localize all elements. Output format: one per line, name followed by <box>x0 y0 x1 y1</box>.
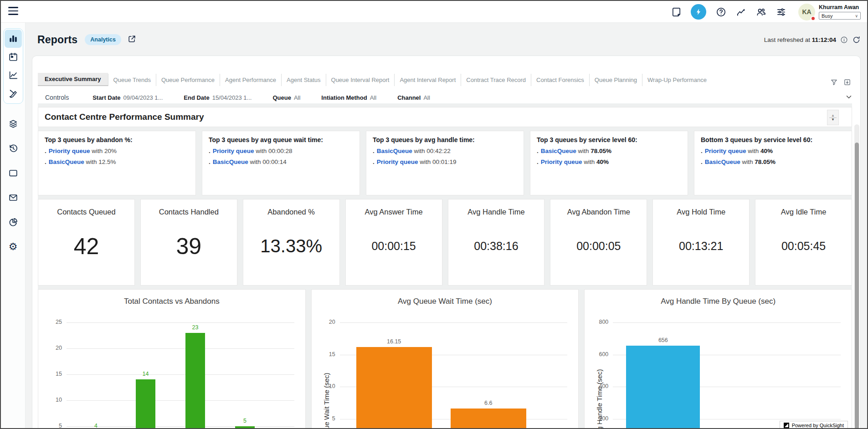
tab-contact-forensics[interactable]: Contact Forensics <box>531 74 589 86</box>
insight-value: 12.5% <box>98 158 116 165</box>
analytics-icon[interactable] <box>731 4 751 20</box>
bar-chart-icon[interactable] <box>5 30 22 48</box>
controls-bar: Controls Start Date09/04/2023 1...End Da… <box>39 92 853 103</box>
line-chart-icon[interactable] <box>5 66 22 84</box>
kpi-label: Abandoned % <box>267 208 315 216</box>
filter-icon[interactable] <box>830 78 838 86</box>
main-content: Reports Analytics Last refreshed at 11:1… <box>26 23 867 428</box>
calendar-icon[interactable] <box>5 48 22 66</box>
gear-icon[interactable]: ⚙ <box>5 238 22 256</box>
insight-item: .Priority queue with 00:01:19 <box>373 158 517 165</box>
flash-icon[interactable] <box>691 4 706 20</box>
tab-queue-interval-report[interactable]: Queue Interval Report <box>326 74 395 86</box>
y-axis-tick: 15 <box>43 371 62 377</box>
history-icon[interactable] <box>5 139 22 158</box>
notes-icon[interactable] <box>666 4 686 20</box>
kpi-value: 00:00:05 <box>576 240 621 253</box>
sheet-spinner[interactable]: ▲ ▼ <box>827 110 839 125</box>
tab-queue-performance[interactable]: Queue Performance <box>156 74 220 86</box>
tab-wrap-up-performance[interactable]: Wrap-Up Performance <box>642 74 712 86</box>
filter-value: 15/04/2023 1... <box>212 94 252 101</box>
chart-title: Avg Handle Time By Queue (sec) <box>585 297 852 306</box>
queue-link[interactable]: Priority queue <box>705 148 746 154</box>
y-axis-tick: 25 <box>43 319 62 325</box>
queue-link[interactable]: BasicQueue <box>541 148 576 154</box>
export-icon[interactable] <box>843 78 851 86</box>
tab-queue-planning[interactable]: Queue Planning <box>589 74 642 86</box>
filter-queue[interactable]: QueueAll <box>272 94 300 101</box>
bullet-dot: . <box>209 158 211 165</box>
insight-item: .BasicQueue with 12.5% <box>45 158 189 165</box>
insight-card: Bottom 3 queues by service level 60:.Pri… <box>694 131 852 195</box>
queue-link[interactable]: BasicQueue <box>705 158 740 165</box>
analytics-badge: Analytics <box>85 34 121 45</box>
sidebar: ⚙ <box>1 23 26 428</box>
status-select[interactable]: Busy ∨ <box>819 12 861 20</box>
kpi-card-contacts-handled: Contacts Handled39 <box>140 199 237 286</box>
bar-value-label: 656 <box>617 337 709 343</box>
queue-link[interactable]: Priority queue <box>49 148 90 154</box>
window-icon[interactable] <box>5 164 22 182</box>
filter-channel[interactable]: ChannelAll <box>397 94 430 101</box>
pie-chart-icon[interactable] <box>5 213 22 231</box>
gridline <box>67 348 294 349</box>
sheet-title: Contact Centre Performance Summary <box>38 112 204 122</box>
spinner-down-icon[interactable]: ▼ <box>831 117 835 122</box>
page-title: Reports <box>37 34 77 46</box>
queue-link[interactable]: BasicQueue <box>49 158 84 165</box>
vertical-scrollbar[interactable] <box>854 124 859 427</box>
queue-link[interactable]: Priority queue <box>377 158 418 165</box>
chevron-down-icon: ∨ <box>855 14 858 18</box>
y-axis-tick: 5 <box>43 423 62 428</box>
filter-label: Queue <box>272 94 291 101</box>
y-axis-tick: 20 <box>43 345 62 351</box>
agents-icon[interactable] <box>751 4 771 20</box>
insight-item: .Priority queue with 20% <box>45 148 189 154</box>
bar-value-label: 14 <box>127 371 164 377</box>
gridline <box>613 322 841 323</box>
layers-icon[interactable] <box>5 115 22 133</box>
tab-contract-trace-record[interactable]: Contract Trace Record <box>461 74 531 86</box>
filter-end-date[interactable]: End Date15/04/2023 1... <box>184 94 252 101</box>
kpi-value-wrap: 42 <box>74 216 99 276</box>
gridline <box>67 322 294 323</box>
insight-value: 78.05% <box>591 148 611 154</box>
avatar[interactable]: KA <box>798 4 815 20</box>
help-icon[interactable] <box>711 4 731 20</box>
insight-card: Top 3 queues by service level 60:.BasicQ… <box>530 131 688 195</box>
queue-link[interactable]: BasicQueue <box>213 158 248 165</box>
collapse-controls-chevron-icon[interactable] <box>845 93 853 102</box>
refresh-icon[interactable] <box>852 36 861 44</box>
insight-value: 00:01:19 <box>432 158 457 165</box>
bullet-dot: . <box>209 148 211 154</box>
topbar: KA Khurram Awan Busy ∨ <box>1 1 867 23</box>
kpi-value: 00:00:15 <box>371 240 416 253</box>
tab-agent-interval-report[interactable]: Agent Interval Report <box>394 74 461 86</box>
info-icon[interactable] <box>840 36 848 44</box>
gridline <box>67 400 294 401</box>
open-in-new-tab-icon[interactable] <box>128 35 136 45</box>
bar-value-label: 4 <box>77 423 115 428</box>
kpi-label: Avg Idle Time <box>781 208 827 216</box>
tab-executive-summary[interactable]: Executive Summary <box>38 73 108 86</box>
tab-queue-trends[interactable]: Queue Trends <box>108 74 156 86</box>
queue-link[interactable]: Priority queue <box>213 148 254 154</box>
bar-total-contacts <box>136 379 155 428</box>
scrollbar-thumb[interactable] <box>855 143 859 429</box>
bullet-dot: . <box>373 158 375 165</box>
insight-value: 40% <box>596 158 609 165</box>
mail-icon[interactable] <box>5 189 22 207</box>
filter-intiation-method[interactable]: Intiation MethodAll <box>321 94 376 101</box>
hamburger-menu-icon[interactable] <box>8 7 18 15</box>
filter-value: All <box>294 94 300 101</box>
filter-start-date[interactable]: Start Date09/04/2023 1... <box>92 94 163 101</box>
tab-agent-status[interactable]: Agent Status <box>281 74 325 86</box>
brush-icon[interactable] <box>5 84 22 102</box>
queue-link[interactable]: Priority queue <box>541 158 582 165</box>
tab-agent-performance[interactable]: Agent Performance <box>220 74 281 86</box>
kpi-value-wrap: 39 <box>176 216 202 276</box>
chart-title: Total Contacts vs Abandons <box>38 297 305 306</box>
settings-sliders-icon[interactable] <box>771 4 791 20</box>
sheet-titlebar: Contact Centre Performance Summary ▲ ▼ <box>38 107 852 127</box>
queue-link[interactable]: BasicQueue <box>377 148 412 154</box>
